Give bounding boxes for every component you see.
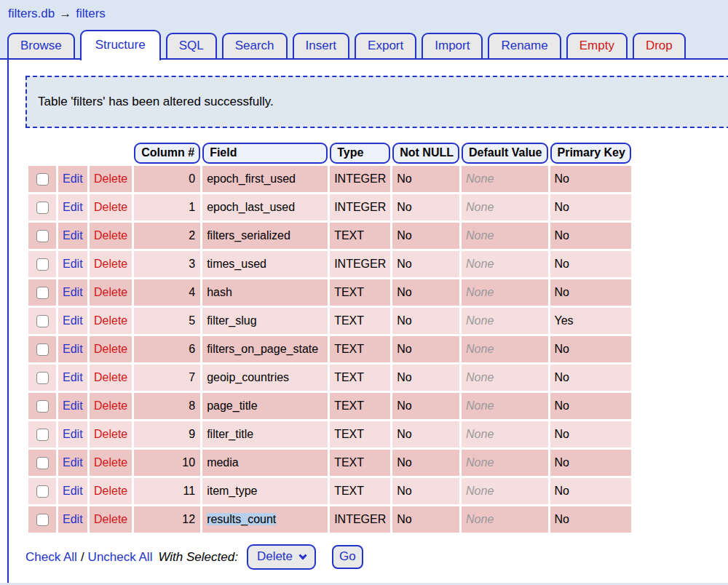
tab-empty[interactable]: Empty: [566, 33, 628, 58]
row-checkbox[interactable]: [36, 457, 49, 469]
edit-link[interactable]: Edit: [63, 286, 83, 298]
delete-link[interactable]: Delete: [94, 399, 127, 412]
edit-link[interactable]: Edit: [63, 399, 83, 412]
field-value: filter_slug: [207, 314, 256, 327]
primary-key-value: No: [555, 286, 569, 298]
tab-sql[interactable]: SQL: [166, 33, 217, 58]
row-checkbox[interactable]: [36, 514, 49, 526]
edit-link[interactable]: Edit: [63, 314, 83, 327]
type-value: INTEGER: [334, 172, 386, 185]
edit-link[interactable]: Edit: [63, 172, 83, 185]
breadcrumb: filters.db→filters: [0, 0, 728, 28]
delete-link[interactable]: Delete: [94, 172, 127, 185]
default-value: None: [466, 258, 494, 270]
default-value: None: [466, 371, 494, 383]
tab-search[interactable]: Search: [222, 33, 288, 58]
not-null-value: No: [397, 258, 411, 270]
not-null-value: No: [397, 172, 411, 185]
not-null-value: No: [397, 456, 411, 469]
edit-link[interactable]: Edit: [63, 229, 83, 242]
not-null-value: No: [397, 513, 411, 525]
row-checkbox[interactable]: [36, 315, 49, 327]
edit-link[interactable]: Edit: [63, 343, 83, 355]
not-null-value: No: [397, 399, 411, 412]
row-checkbox[interactable]: [36, 429, 49, 441]
delete-link[interactable]: Delete: [94, 485, 127, 497]
row-checkbox-cell: [28, 365, 56, 391]
with-selected-label: With Selected:: [152, 550, 246, 565]
default-value: None: [466, 513, 494, 525]
row-checkbox[interactable]: [36, 202, 49, 214]
header-spacer-checkbox: [28, 143, 56, 164]
table-row: Edit Delete 1 epoch_last_used INTEGER No…: [28, 194, 631, 220]
edit-link[interactable]: Edit: [63, 456, 83, 469]
delete-link[interactable]: Delete: [94, 428, 127, 440]
tab-rename[interactable]: Rename: [488, 33, 561, 58]
breadcrumb-db-link[interactable]: filters.db: [8, 7, 55, 20]
table-row: Edit Delete 10 media TEXT No None No: [28, 450, 631, 476]
tab-browse[interactable]: Browse: [7, 33, 75, 58]
edit-link[interactable]: Edit: [63, 513, 83, 525]
row-checkbox[interactable]: [36, 343, 49, 356]
not-null-value: No: [397, 314, 411, 327]
header-column-number: Column #: [134, 143, 200, 164]
tab-structure[interactable]: Structure: [80, 30, 161, 60]
field-value: filter_title: [207, 428, 253, 440]
header-spacer-delete: [90, 143, 132, 164]
row-checkbox[interactable]: [36, 230, 49, 242]
tab-export[interactable]: Export: [355, 33, 416, 58]
delete-link[interactable]: Delete: [94, 513, 127, 525]
row-checkbox[interactable]: [36, 400, 49, 413]
row-checkbox[interactable]: [36, 287, 49, 299]
tab-drop[interactable]: Drop: [633, 33, 686, 58]
edit-link[interactable]: Edit: [63, 201, 83, 213]
row-checkbox-cell: [28, 223, 56, 249]
row-checkbox-cell: [28, 279, 56, 306]
uncheck-all-link[interactable]: Uncheck All: [88, 550, 153, 565]
default-value: None: [466, 172, 494, 185]
row-checkbox[interactable]: [36, 372, 49, 384]
delete-link[interactable]: Delete: [94, 371, 127, 383]
edit-link[interactable]: Edit: [63, 485, 83, 497]
row-checkbox[interactable]: [36, 258, 49, 271]
field-value: times_used: [207, 258, 266, 270]
row-checkbox[interactable]: [36, 173, 49, 186]
table-row: Edit Delete 3 times_used INTEGER No None…: [28, 251, 631, 277]
edit-link[interactable]: Edit: [63, 428, 83, 440]
delete-link[interactable]: Delete: [94, 456, 127, 469]
table-body: Edit Delete 0 epoch_first_used INTEGER N…: [28, 166, 631, 533]
breadcrumb-table-link[interactable]: filters: [76, 7, 106, 20]
default-value: None: [466, 286, 494, 298]
row-checkbox-cell: [28, 166, 56, 192]
check-all-link[interactable]: Check All: [25, 550, 77, 565]
table-row: Edit Delete 12 results_count INTEGER No …: [28, 506, 631, 533]
delete-link[interactable]: Delete: [94, 229, 127, 242]
dropdown-selected-value: Delete: [257, 549, 293, 564]
type-value: TEXT: [334, 229, 364, 242]
row-checkbox[interactable]: [36, 485, 49, 498]
delete-link[interactable]: Delete: [94, 286, 127, 298]
table-row: Edit Delete 9 filter_title TEXT No None …: [28, 421, 631, 447]
type-value: INTEGER: [334, 513, 386, 525]
delete-link[interactable]: Delete: [94, 314, 127, 327]
type-value: INTEGER: [334, 258, 386, 270]
tab-insert[interactable]: Insert: [293, 33, 350, 58]
table-row: Edit Delete 8 page_title TEXT No None No: [28, 393, 631, 419]
with-selected-dropdown[interactable]: Delete: [247, 544, 316, 570]
content-inner: Table 'filters' has been altered success…: [7, 60, 728, 583]
row-checkbox-cell: [28, 251, 56, 277]
type-value: TEXT: [334, 286, 364, 298]
delete-link[interactable]: Delete: [94, 258, 127, 270]
tab-import[interactable]: Import: [422, 33, 483, 58]
delete-link[interactable]: Delete: [94, 343, 127, 355]
type-value: TEXT: [334, 371, 364, 383]
column-number-value: 11: [183, 485, 196, 497]
primary-key-value: No: [555, 485, 569, 497]
breadcrumb-arrow: →: [55, 7, 76, 20]
table-row: Edit Delete 0 epoch_first_used INTEGER N…: [28, 166, 631, 192]
edit-link[interactable]: Edit: [63, 371, 83, 383]
go-button[interactable]: Go: [332, 545, 363, 569]
edit-link[interactable]: Edit: [63, 258, 83, 270]
chevron-down-icon: [298, 552, 306, 560]
delete-link[interactable]: Delete: [94, 201, 127, 213]
